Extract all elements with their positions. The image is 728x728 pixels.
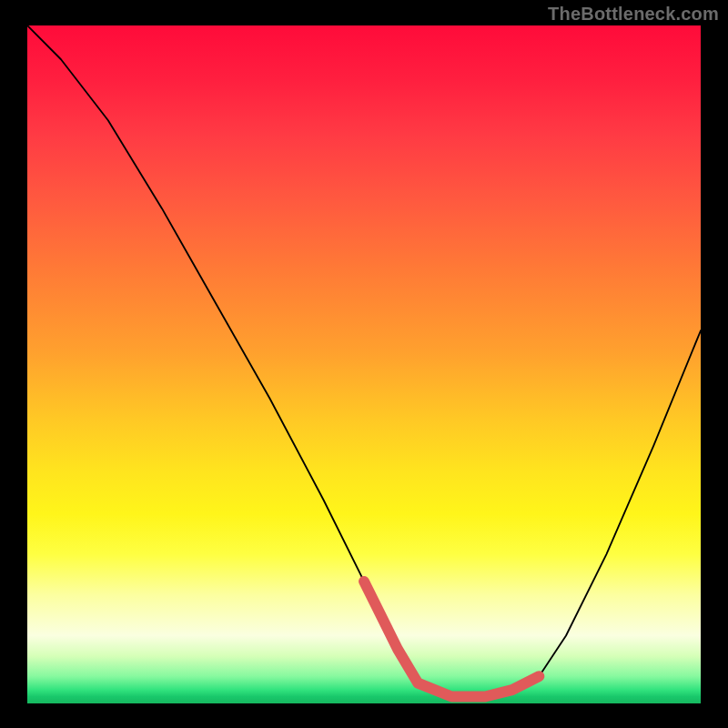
bottleneck-curve xyxy=(27,25,701,697)
optimal-range-marker xyxy=(364,581,539,697)
plot-area xyxy=(27,25,701,703)
chart-stage: TheBottleneck.com xyxy=(0,0,728,728)
watermark-label: TheBottleneck.com xyxy=(548,4,719,25)
curve-layer xyxy=(27,25,701,703)
